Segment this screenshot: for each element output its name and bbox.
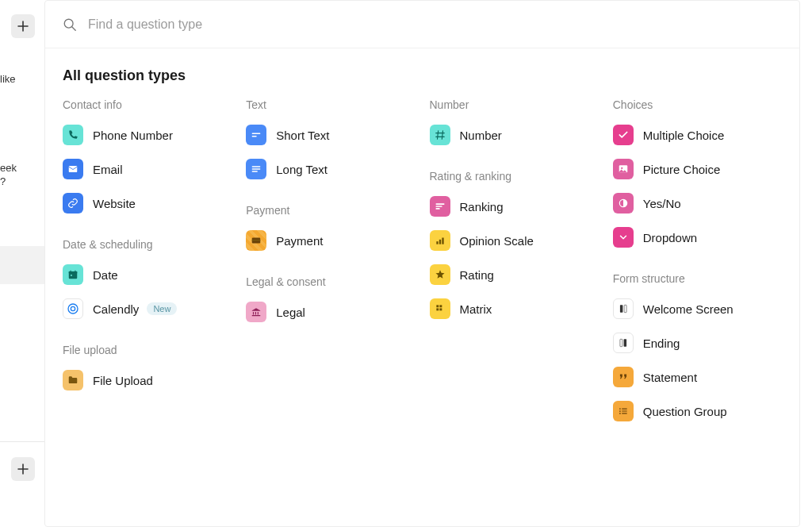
group-header-contact: Contact info <box>63 98 232 111</box>
type-label: Multiple Choice <box>643 129 725 142</box>
panel-title: All question types <box>63 67 782 84</box>
svg-rect-30 <box>620 305 623 312</box>
type-question-group[interactable]: Question Group <box>613 400 782 422</box>
type-label: Matrix <box>460 302 492 316</box>
type-label: Date <box>93 268 118 282</box>
type-label: Website <box>93 197 136 210</box>
folder-icon <box>63 370 83 390</box>
type-email[interactable]: Email <box>63 158 232 180</box>
sidebar-truncated-text: like <box>0 73 48 85</box>
svg-line-1 <box>72 26 76 30</box>
type-label: Opinion Scale <box>460 234 534 248</box>
type-label: Email <box>93 163 123 176</box>
group-header-structure: Form structure <box>613 272 782 285</box>
type-label: Welcome Screen <box>643 302 733 316</box>
svg-point-8 <box>68 304 78 314</box>
half-circle-icon <box>613 193 634 213</box>
type-matrix[interactable]: Matrix <box>430 298 599 320</box>
type-label: Legal <box>276 306 305 319</box>
sidebar-divider <box>0 441 48 442</box>
add-button-top[interactable] <box>11 14 35 38</box>
calendly-icon <box>63 298 83 319</box>
email-icon <box>63 159 83 179</box>
group-header-rating: Rating & ranking <box>430 170 599 183</box>
type-label: Rating <box>460 268 494 282</box>
svg-rect-33 <box>623 339 626 346</box>
type-yes-no[interactable]: Yes/No <box>613 192 782 214</box>
svg-rect-4 <box>69 271 78 273</box>
group-header-payment: Payment <box>246 204 415 217</box>
type-short-text[interactable]: Short Text <box>246 124 415 146</box>
svg-point-28 <box>621 167 622 169</box>
type-ranking[interactable]: Ranking <box>430 195 599 217</box>
bar-chart-icon <box>430 230 450 251</box>
type-label: Short Text <box>276 129 329 142</box>
type-label: Payment <box>276 234 323 248</box>
svg-rect-25 <box>436 308 439 310</box>
type-multiple-choice[interactable]: Multiple Choice <box>613 124 782 146</box>
matrix-icon <box>430 298 450 319</box>
type-payment[interactable]: Payment <box>246 229 415 252</box>
type-opinion-scale[interactable]: Opinion Scale <box>430 229 599 252</box>
short-text-icon <box>246 125 266 145</box>
sidebar-truncated-text: eek <box>0 162 48 174</box>
svg-rect-7 <box>71 275 72 276</box>
type-statement[interactable]: Statement <box>613 366 782 388</box>
svg-rect-23 <box>436 305 439 307</box>
svg-rect-32 <box>620 339 622 346</box>
type-ending[interactable]: Ending <box>613 332 782 354</box>
type-picture-choice[interactable]: Picture Choice <box>613 158 782 180</box>
chevron-down-icon <box>613 227 634 248</box>
type-number[interactable]: Number <box>430 124 599 146</box>
type-label: Ranking <box>460 200 504 213</box>
type-label: Calendly <box>93 302 139 316</box>
type-label: Yes/No <box>643 197 681 210</box>
new-badge: New <box>147 302 177 315</box>
type-calendly[interactable]: Calendly New <box>63 298 232 320</box>
type-label: Long Text <box>276 163 327 176</box>
star-icon <box>430 264 450 285</box>
type-label: Number <box>460 129 502 142</box>
type-website[interactable]: Website <box>63 192 232 214</box>
bank-icon <box>246 302 266 322</box>
type-legal[interactable]: Legal <box>246 301 415 323</box>
question-type-panel: All question types Contact info Phone Nu… <box>44 0 800 527</box>
svg-rect-16 <box>252 240 261 241</box>
group-header-date: Date & scheduling <box>63 238 232 251</box>
type-date[interactable]: Date <box>63 264 232 286</box>
svg-point-36 <box>619 410 621 412</box>
type-file-upload[interactable]: File Upload <box>63 369 232 391</box>
sidebar-left: like eek ? <box>0 0 48 527</box>
type-label: Picture Choice <box>643 163 721 176</box>
sidebar-active-row <box>0 246 48 284</box>
group-header-number: Number <box>430 98 599 111</box>
svg-rect-2 <box>69 166 78 172</box>
sidebar-truncated-text: ? <box>0 175 48 187</box>
group-header-choices: Choices <box>613 98 782 111</box>
image-icon <box>613 159 634 179</box>
search-bar <box>45 1 799 48</box>
check-icon <box>613 125 634 145</box>
type-welcome-screen[interactable]: Welcome Screen <box>613 298 782 320</box>
svg-point-38 <box>619 413 621 414</box>
type-label: Dropdown <box>643 231 697 244</box>
credit-card-icon <box>246 230 266 251</box>
type-label: Question Group <box>643 405 727 418</box>
svg-rect-22 <box>442 238 443 244</box>
group-header-legal: Legal & consent <box>246 275 415 288</box>
type-long-text[interactable]: Long Text <box>246 158 415 180</box>
type-phone-number[interactable]: Phone Number <box>63 124 232 146</box>
type-label: Statement <box>643 371 697 384</box>
plus-icon <box>17 21 29 32</box>
group-header-file: File upload <box>63 344 232 356</box>
type-dropdown[interactable]: Dropdown <box>613 226 782 248</box>
add-button-bottom[interactable] <box>11 457 35 481</box>
type-label: File Upload <box>93 374 153 387</box>
search-icon <box>63 17 77 32</box>
svg-rect-20 <box>436 241 438 244</box>
svg-rect-31 <box>624 305 626 312</box>
type-rating[interactable]: Rating <box>430 264 599 286</box>
svg-point-9 <box>71 306 75 310</box>
search-input[interactable] <box>88 17 782 32</box>
link-icon <box>63 193 83 213</box>
